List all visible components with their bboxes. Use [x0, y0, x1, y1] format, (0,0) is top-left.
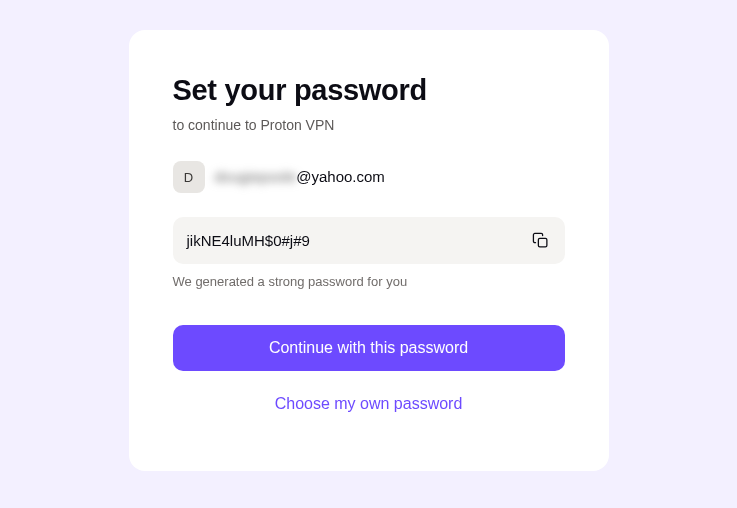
- page-title: Set your password: [173, 74, 565, 107]
- svg-rect-0: [538, 238, 547, 247]
- copy-icon: [532, 232, 549, 249]
- account-email: dougiepoole@yahoo.com: [215, 168, 385, 186]
- choose-own-password-button[interactable]: Choose my own password: [173, 385, 565, 423]
- password-field[interactable]: jikNE4luMH$0#j#9: [173, 217, 565, 264]
- email-domain-part: @yahoo.com: [296, 168, 385, 185]
- password-hint: We generated a strong password for you: [173, 274, 565, 289]
- password-card: Set your password to continue to Proton …: [129, 30, 609, 471]
- copy-password-button[interactable]: [530, 230, 551, 251]
- continue-button[interactable]: Continue with this password: [173, 325, 565, 371]
- avatar: D: [173, 161, 205, 193]
- email-local-part: dougiepoole: [215, 168, 297, 185]
- generated-password: jikNE4luMH$0#j#9: [187, 232, 310, 249]
- account-row: D dougiepoole@yahoo.com: [173, 161, 565, 193]
- page-subtitle: to continue to Proton VPN: [173, 117, 565, 133]
